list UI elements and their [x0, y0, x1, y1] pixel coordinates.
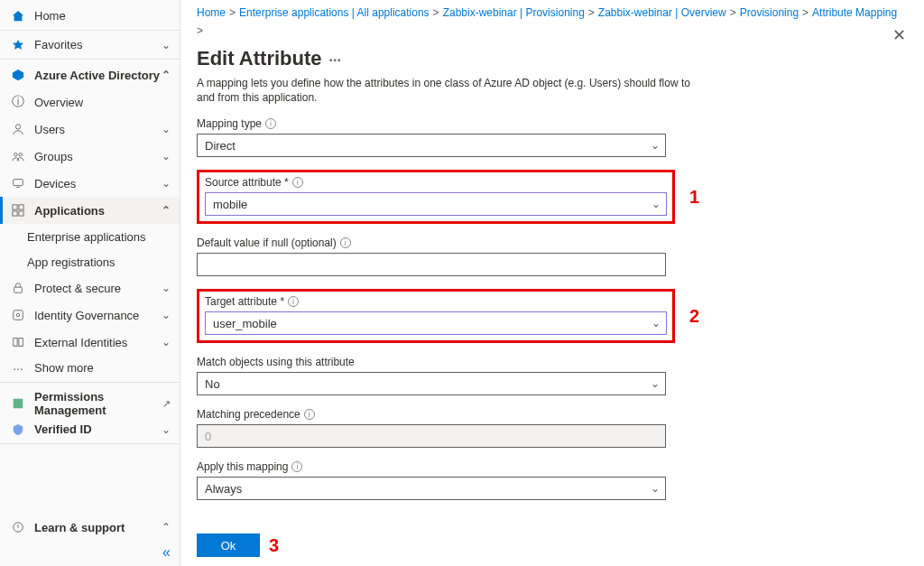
svg-rect-12 — [19, 339, 23, 347]
select-value: user_mobile — [213, 317, 277, 330]
chevron-up-icon: ⌃ — [162, 521, 171, 534]
label: Groups — [34, 150, 73, 163]
chevron-down-icon: ⌄ — [651, 482, 660, 495]
matching-precedence-input — [197, 424, 666, 448]
label: Show more — [34, 361, 94, 375]
sidebar-item-users[interactable]: Users ⌄ — [0, 116, 180, 143]
apply-mapping-select[interactable]: Always ⌄ — [197, 477, 666, 500]
chevron-up-icon: ⌃ — [162, 204, 171, 217]
label: Protect & secure — [34, 282, 121, 295]
main-content: Home> Enterprise applications | All appl… — [180, 0, 924, 566]
breadcrumb-link[interactable]: Zabbix-webinar | Provisioning — [443, 5, 585, 20]
sidebar-item-enterprise-apps[interactable]: Enterprise applications — [0, 224, 180, 249]
label: Azure Active Directory — [34, 69, 160, 82]
label: Enterprise applications — [27, 230, 146, 244]
chevron-down-icon: ⌄ — [162, 39, 171, 51]
svg-rect-4 — [13, 205, 17, 209]
label: Devices — [34, 177, 76, 190]
breadcrumb-link[interactable]: Zabbix-webinar | Overview — [598, 5, 726, 20]
sidebar-section-aad[interactable]: Azure Active Directory ⌃ — [0, 61, 180, 88]
chevron-down-icon: ⌄ — [651, 198, 661, 210]
select-value: mobile — [213, 198, 247, 211]
sidebar-item-identity-gov[interactable]: Identity Governance ⌄ — [0, 302, 180, 329]
label: Apply this mapping — [197, 460, 288, 473]
collapse-sidebar-button[interactable]: « — [0, 541, 180, 566]
default-null-text[interactable] — [205, 254, 643, 275]
info-icon[interactable]: i — [288, 296, 299, 307]
sidebar-item-overview[interactable]: ⓘ Overview — [0, 88, 180, 116]
label: Target attribute * — [205, 295, 284, 308]
match-objects-select[interactable]: No ⌄ — [197, 372, 666, 395]
info-circle-icon: ⓘ — [11, 95, 25, 109]
source-attribute-select[interactable]: mobile ⌄ — [205, 192, 667, 216]
lock-icon — [11, 281, 25, 295]
label: Applications — [34, 204, 105, 218]
label: Source attribute * — [205, 176, 289, 189]
breadcrumb-link[interactable]: Home — [197, 5, 226, 20]
field-mapping-type: Mapping type i Direct ⌄ — [197, 117, 666, 157]
sidebar-item-devices[interactable]: Devices ⌄ — [0, 170, 180, 197]
annotation-number-3: 3 — [269, 535, 279, 556]
device-icon — [11, 176, 25, 190]
info-icon[interactable]: i — [304, 409, 315, 420]
svg-rect-13 — [14, 399, 23, 409]
label: Permissions Management — [34, 390, 162, 417]
footer: Ok 3 — [197, 534, 279, 557]
chevron-down-icon: ⌄ — [162, 282, 171, 294]
breadcrumb: Home> Enterprise applications | All appl… — [197, 5, 906, 38]
home-icon — [11, 9, 25, 23]
ellipsis-icon: ··· — [11, 361, 25, 376]
sidebar-item-app-registrations[interactable]: App registrations — [0, 249, 180, 274]
breadcrumb-link[interactable]: Provisioning — [740, 5, 799, 20]
sidebar-item-learn-support[interactable]: Learn & support ⌃ — [0, 514, 180, 541]
label: Default value if null (optional) — [197, 237, 337, 249]
svg-point-1 — [14, 153, 18, 157]
breadcrumb-link[interactable]: Enterprise applications | All applicatio… — [239, 5, 430, 20]
chevron-down-icon: ⌄ — [162, 177, 171, 190]
info-icon[interactable]: i — [265, 118, 276, 129]
permissions-icon — [11, 396, 25, 411]
chevron-down-icon: ⌄ — [162, 123, 171, 135]
page-description: A mapping lets you define how the attrib… — [197, 76, 702, 105]
group-icon — [11, 149, 25, 163]
chevron-down-icon: ⌄ — [651, 377, 660, 390]
more-actions-icon[interactable]: ··· — [329, 52, 341, 68]
sidebar-item-verified-id[interactable]: Verified ID ⌄ — [0, 417, 180, 444]
label: App registrations — [27, 255, 116, 269]
apps-icon — [11, 203, 25, 218]
label: Match objects using this attribute — [197, 356, 355, 368]
svg-rect-11 — [14, 339, 17, 347]
sidebar-item-protect[interactable]: Protect & secure ⌄ — [0, 274, 180, 302]
sidebar-item-external-ids[interactable]: External Identities ⌄ — [0, 329, 180, 356]
svg-point-0 — [15, 125, 20, 129]
info-icon[interactable]: i — [292, 177, 303, 188]
info-icon[interactable]: i — [340, 237, 351, 248]
breadcrumb-link[interactable]: Attribute Mapping — [812, 5, 897, 20]
svg-rect-5 — [19, 205, 23, 209]
svg-rect-7 — [19, 211, 23, 216]
svg-rect-6 — [13, 211, 17, 216]
label: Overview — [34, 96, 83, 109]
external-id-icon — [11, 335, 25, 349]
default-null-input[interactable] — [197, 253, 666, 276]
sidebar-item-groups[interactable]: Groups ⌄ — [0, 143, 180, 170]
sidebar-item-applications[interactable]: Applications ⌃ — [0, 197, 180, 224]
chevron-down-icon: ⌄ — [651, 317, 661, 329]
svg-rect-9 — [14, 311, 23, 320]
target-attribute-select[interactable]: user_mobile ⌄ — [205, 311, 667, 335]
label: Verified ID — [34, 422, 92, 436]
support-icon — [11, 520, 25, 534]
ok-button[interactable]: Ok — [197, 534, 260, 557]
mapping-type-select[interactable]: Direct ⌄ — [197, 134, 666, 157]
sidebar-item-permissions-mgmt[interactable]: Permissions Management ↗ — [0, 390, 180, 417]
sidebar-item-home[interactable]: Home — [0, 4, 180, 31]
annotation-box-2: Target attribute * i user_mobile ⌄ 2 — [197, 289, 675, 343]
label: Mapping type — [197, 117, 262, 130]
annotation-number-2: 2 — [689, 306, 699, 327]
select-value: Always — [205, 482, 242, 496]
close-icon[interactable]: ✕ — [892, 25, 906, 45]
sidebar-item-show-more[interactable]: ··· Show more — [0, 356, 180, 383]
select-value: Direct — [205, 139, 236, 153]
info-icon[interactable]: i — [291, 461, 302, 472]
sidebar-item-favorites[interactable]: Favorites ⌄ — [0, 32, 180, 60]
